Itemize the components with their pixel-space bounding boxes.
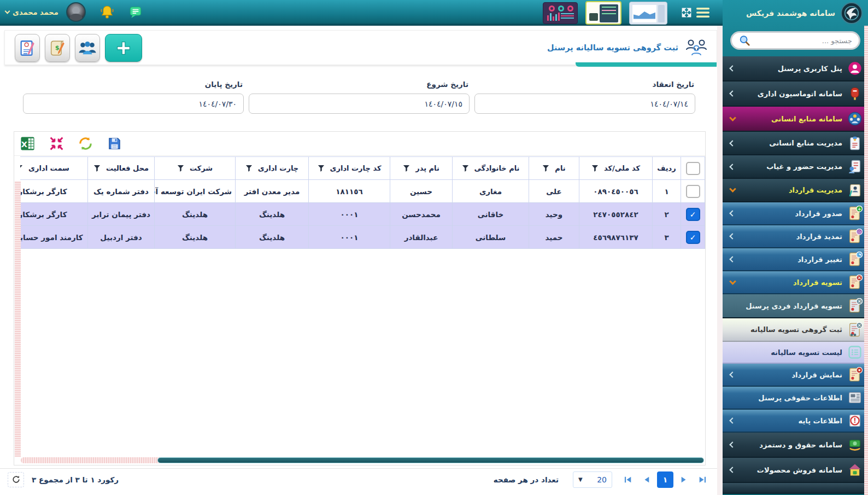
filter-icon[interactable] xyxy=(318,165,325,172)
table-cell: ٢ xyxy=(653,203,681,226)
sidebar-item-annual-settlement-list[interactable]: لیست تسویه سالیانه xyxy=(723,342,868,364)
current-page-button[interactable]: ١ xyxy=(657,471,673,488)
select-all-checkbox[interactable] xyxy=(686,162,700,175)
filter-icon[interactable] xyxy=(20,165,23,172)
app-title: سامانه هوشمند فریکس xyxy=(746,9,835,18)
row-checkbox[interactable]: ✓ xyxy=(686,231,700,244)
excel-export-icon[interactable]: X xyxy=(20,136,36,152)
table-cell: هلدینگ xyxy=(236,226,309,249)
table-header-cell: شرکت xyxy=(155,157,236,180)
horizontal-scrollbar-thumb[interactable] xyxy=(157,457,704,463)
start-date-input[interactable] xyxy=(249,94,470,114)
filter-icon[interactable] xyxy=(542,165,549,172)
sidebar-item-user-panel[interactable]: پنل کاربری پرسنل xyxy=(723,56,868,81)
previous-page-button[interactable] xyxy=(639,471,654,488)
end-date-field: تاریخ پایان xyxy=(23,80,244,114)
table-cell: خاقانی xyxy=(453,203,529,226)
dashboard-thumbnail-3[interactable] xyxy=(629,2,667,25)
table-cell: حسین xyxy=(390,180,453,203)
sidebar-item-sales-system[interactable]: سامانه فروش محصولات xyxy=(723,458,868,483)
row-checkbox[interactable] xyxy=(686,185,700,198)
last-page-button[interactable] xyxy=(695,471,709,488)
pagination: ١ xyxy=(621,471,709,488)
page-header: ثبت گروهی تسویه سالیانه پرسنل $ xyxy=(4,30,717,65)
dashboard-thumbnail-1[interactable] xyxy=(543,2,578,24)
svg-text:✕: ✕ xyxy=(857,275,861,281)
sidebar-item-hr-system[interactable]: سامانه منابع انسانی xyxy=(723,107,868,132)
page-size-select[interactable]: ▼ 20 xyxy=(573,471,612,488)
sidebar-item-label: تسویه قرارداد فردی پرسنل xyxy=(730,302,842,310)
start-date-label: تاریخ شروع xyxy=(249,80,470,89)
table-cell: حمید xyxy=(529,226,579,249)
shop-house-icon xyxy=(847,462,863,477)
page-toolbar: $ xyxy=(15,34,142,62)
next-page-button[interactable] xyxy=(677,471,691,488)
table-row[interactable]: ✓٣٤٥٦٩٨٧٦١٣٧حمیدسلطانیعبدالقادر٠٠٠١هلدین… xyxy=(20,226,705,249)
filter-icon[interactable] xyxy=(591,165,599,172)
conclusion-date-input[interactable] xyxy=(474,94,695,114)
sidebar-item-label: مدیریت قرارداد xyxy=(735,186,842,194)
table-cell: سلطانی xyxy=(453,226,529,249)
table-header-cell: محل فعالیت xyxy=(88,157,155,180)
conclusion-date-label: تاریخ انعقاد xyxy=(474,80,695,89)
sidebar-item-individual-settlement[interactable]: ✕تسویه قرارداد فردی پرسنل xyxy=(723,294,868,318)
sidebar-item-show-contract[interactable]: نمایش قرارداد xyxy=(723,364,868,387)
svg-text:✕: ✕ xyxy=(857,299,861,304)
save-icon[interactable] xyxy=(107,136,122,152)
sidebar-item-office-automation[interactable]: سامانه اتوماسیون اداری xyxy=(723,81,868,107)
table-row[interactable]: ١٠٨٩٠٤٥٠٠٥٦علیمغاریحسین١٨١١٥٦مدیر معدن ا… xyxy=(20,180,705,203)
sidebar-item-base-info[interactable]: !اطلاعات پایه xyxy=(723,410,868,433)
filter-icon[interactable] xyxy=(245,165,253,172)
table-cell: مدیر معدن افتر xyxy=(236,180,309,203)
table-header-cell: سمت اداری xyxy=(20,157,88,180)
maximize-icon[interactable] xyxy=(681,7,693,19)
search-input[interactable] xyxy=(755,37,852,45)
sidebar-item-personnel-legal-info[interactable]: اطلاعات حقوقی پرسنل xyxy=(723,387,868,410)
personnel-group-button[interactable] xyxy=(75,34,100,62)
sidebar-item-contract-management[interactable]: مدیریت قرارداد xyxy=(723,179,868,202)
column-label: سمت اداری xyxy=(28,164,69,172)
filter-icon[interactable] xyxy=(403,165,410,172)
list-box-icon xyxy=(847,345,863,360)
sidebar-item-attendance-management[interactable]: مدیریت حضور و غیاب xyxy=(723,155,868,179)
filter-icon[interactable] xyxy=(93,165,101,172)
sidebar-item-change-contract[interactable]: ◔تغییر قرارداد xyxy=(723,248,868,271)
hamburger-menu-icon[interactable] xyxy=(696,7,709,18)
filter-icon[interactable] xyxy=(177,165,184,172)
document-change-icon: ◔ xyxy=(847,252,863,267)
avatar[interactable] xyxy=(66,2,86,22)
personnel-document-button[interactable] xyxy=(15,34,40,62)
sidebar-item-payroll-system[interactable]: سامانه حقوق و دستمزد xyxy=(723,433,868,458)
chevron-down-icon xyxy=(5,9,10,14)
date-filters: تاریخ انعقاد تاریخ شروع تاریخ پایان xyxy=(23,80,695,114)
sidebar-item-hr-management[interactable]: مدیریت منابع انسانی xyxy=(723,132,868,155)
collapse-columns-icon[interactable] xyxy=(49,136,64,152)
user-menu[interactable]: محمد محمدی xyxy=(5,8,58,16)
table-toolbar: X xyxy=(14,132,705,156)
table-horizontal-scrollbar[interactable] xyxy=(21,457,704,463)
sidebar-item-issue-contract[interactable]: +صدور قرارداد xyxy=(723,202,868,225)
sidebar-item-extend-contract[interactable]: ◎تمدید قرارداد xyxy=(723,225,868,248)
dashboard-thumbnail-2[interactable] xyxy=(585,1,621,25)
table-vertical-scrollbar[interactable] xyxy=(15,181,21,457)
svg-text:◎: ◎ xyxy=(857,229,861,235)
add-button[interactable] xyxy=(105,34,142,62)
sidebar-scrollbar[interactable] xyxy=(864,26,868,495)
table-row[interactable]: ✓٢٢٤٧٠٥٥٢٨٤٢وحیدخاقانیمحمدحسن٠٠٠١هلدینگه… xyxy=(20,203,705,226)
end-date-input[interactable] xyxy=(23,94,244,114)
filter-icon[interactable] xyxy=(462,165,469,172)
footer-refresh-button[interactable] xyxy=(8,472,24,487)
table-cell: ٢٤٧٠٥٥٢٨٤٢ xyxy=(579,203,653,226)
row-checkbox[interactable]: ✓ xyxy=(686,208,700,221)
refresh-icon[interactable] xyxy=(78,136,93,152)
payroll-scroll-button[interactable]: $ xyxy=(45,34,70,62)
chat-icon[interactable] xyxy=(128,5,143,19)
bell-icon[interactable] xyxy=(100,5,114,19)
column-label: نام پدر xyxy=(415,164,439,172)
sidebar-item-label: سامانه حقوق و دستمزد xyxy=(735,441,842,449)
table-header-cell: کد چارت اداری xyxy=(309,157,390,180)
column-label: ردیف xyxy=(657,164,676,172)
sidebar-item-settle-contract[interactable]: ✕تسویه قرارداد xyxy=(723,271,868,294)
sidebar-item-group-annual-settlement[interactable]: ✕ثبت گروهی تسویه سالیانه xyxy=(723,318,868,342)
first-page-button[interactable] xyxy=(621,471,636,488)
